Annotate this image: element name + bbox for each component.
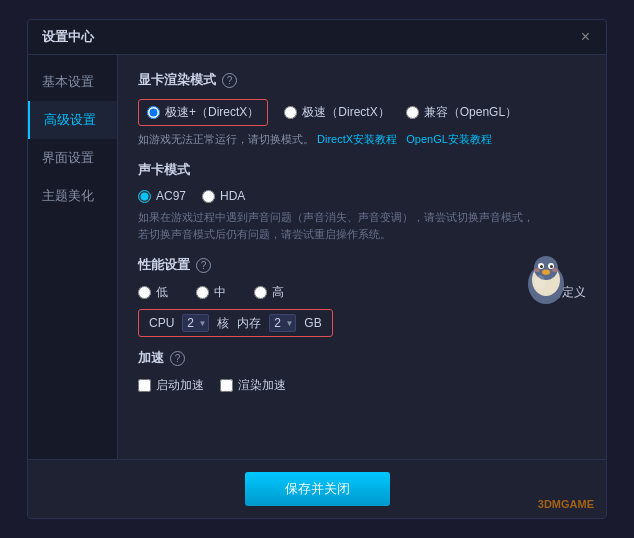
gpu-radio-dx[interactable] (284, 106, 297, 119)
perf-option-mid[interactable]: 中 (196, 284, 226, 301)
watermark: 3DMGAME (538, 498, 594, 510)
perf-label-low: 低 (156, 284, 168, 301)
sound-label-hda: HDA (220, 189, 245, 203)
mascot-image (516, 250, 576, 310)
close-button[interactable]: × (579, 29, 592, 45)
svg-point-11 (535, 275, 545, 289)
cpu-select-wrap: 1 2 4 8 ▼ (182, 314, 209, 332)
perf-option-high[interactable]: 高 (254, 284, 284, 301)
cpu-unit-label: 核 (217, 315, 229, 332)
accel-checkbox-row: 启动加速 渲染加速 (138, 377, 586, 394)
cpu-select[interactable]: 1 2 4 8 (182, 314, 209, 332)
sound-radio-group: AC97 HDA (138, 189, 586, 203)
accel-check-render[interactable] (220, 379, 233, 392)
accel-check-launch[interactable] (138, 379, 151, 392)
sound-section: 声卡模式 AC97 HDA 如果在游戏过程中遇到声音问题（声音消失、声音变调），… (138, 161, 586, 242)
gpu-radio-group: 极速+（DirectX） 极速（DirectX） 兼容（OpenGL） (138, 99, 586, 126)
gpu-help-icon[interactable]: ? (222, 73, 237, 88)
gpu-section-title: 显卡渲染模式 ? (138, 71, 586, 89)
sidebar-item-basic[interactable]: 基本设置 (28, 63, 117, 101)
perf-option-low[interactable]: 低 (138, 284, 168, 301)
accel-section: 加速 ? 启动加速 渲染加速 (138, 349, 586, 394)
sidebar-item-advanced[interactable]: 高级设置 (28, 101, 117, 139)
sound-radio-hda[interactable] (202, 190, 215, 203)
sound-label-ac97: AC97 (156, 189, 186, 203)
sound-option-hda[interactable]: HDA (202, 189, 245, 203)
sidebar-item-theme[interactable]: 主题美化 (28, 177, 117, 215)
gpu-label-dx: 极速（DirectX） (302, 104, 389, 121)
settings-dialog: 设置中心 × 基本设置 高级设置 界面设置 主题美化 显卡渲染模式 ? 极速+（… (27, 19, 607, 519)
gpu-radio-dx-plus[interactable] (147, 106, 160, 119)
mem-select-wrap: 1 2 4 8 ▼ (269, 314, 296, 332)
content-area: 显卡渲染模式 ? 极速+（DirectX） 极速（DirectX） 兼容（Ope… (118, 55, 606, 459)
gpu-label-dx-plus: 极速+（DirectX） (165, 104, 259, 121)
gpu-radio-opengl[interactable] (406, 106, 419, 119)
accel-help-icon[interactable]: ? (170, 351, 185, 366)
accel-option-render[interactable]: 渲染加速 (220, 377, 286, 394)
cpu-label: CPU (149, 316, 174, 330)
perf-label-mid: 中 (214, 284, 226, 301)
gpu-option-opengl[interactable]: 兼容（OpenGL） (406, 104, 517, 121)
accel-label-launch: 启动加速 (156, 377, 204, 394)
gpu-option-dx[interactable]: 极速（DirectX） (284, 104, 389, 121)
perf-radio-high[interactable] (254, 286, 267, 299)
accel-option-launch[interactable]: 启动加速 (138, 377, 204, 394)
opengl-install-link[interactable]: OpenGL安装教程 (406, 133, 492, 145)
footer: 保存并关闭 (28, 459, 606, 518)
svg-point-9 (534, 268, 540, 272)
gpu-option-dx-plus[interactable]: 极速+（DirectX） (138, 99, 268, 126)
cpu-mem-row: CPU 1 2 4 8 ▼ 核 内存 1 (138, 309, 333, 337)
perf-help-icon[interactable]: ? (196, 258, 211, 273)
accel-section-title: 加速 ? (138, 349, 586, 367)
gpu-label-opengl: 兼容（OpenGL） (424, 104, 517, 121)
svg-point-5 (540, 265, 543, 268)
svg-point-6 (550, 265, 553, 268)
accel-label-render: 渲染加速 (238, 377, 286, 394)
mem-unit-label: GB (304, 316, 321, 330)
svg-point-8 (543, 272, 550, 275)
sound-section-title: 声卡模式 (138, 161, 586, 179)
perf-radio-low[interactable] (138, 286, 151, 299)
sidebar: 基本设置 高级设置 界面设置 主题美化 (28, 55, 118, 459)
directx-install-link[interactable]: DirectX安装教程 (317, 133, 397, 145)
sound-note: 如果在游戏过程中遇到声音问题（声音消失、声音变调），请尝试切换声音模式，若切换声… (138, 209, 586, 242)
title-bar: 设置中心 × (28, 20, 606, 55)
sound-option-ac97[interactable]: AC97 (138, 189, 186, 203)
mem-label: 内存 (237, 315, 261, 332)
perf-radio-mid[interactable] (196, 286, 209, 299)
save-close-button[interactable]: 保存并关闭 (245, 472, 390, 506)
dialog-title: 设置中心 (42, 28, 94, 46)
gpu-link-row: 如游戏无法正常运行，请切换模式。 DirectX安装教程 OpenGL安装教程 (138, 132, 586, 147)
mem-select[interactable]: 1 2 4 8 (269, 314, 296, 332)
sound-radio-ac97[interactable] (138, 190, 151, 203)
dialog-body: 基本设置 高级设置 界面设置 主题美化 显卡渲染模式 ? 极速+（DirectX… (28, 55, 606, 459)
svg-point-10 (552, 268, 558, 272)
perf-label-high: 高 (272, 284, 284, 301)
sidebar-item-ui[interactable]: 界面设置 (28, 139, 117, 177)
